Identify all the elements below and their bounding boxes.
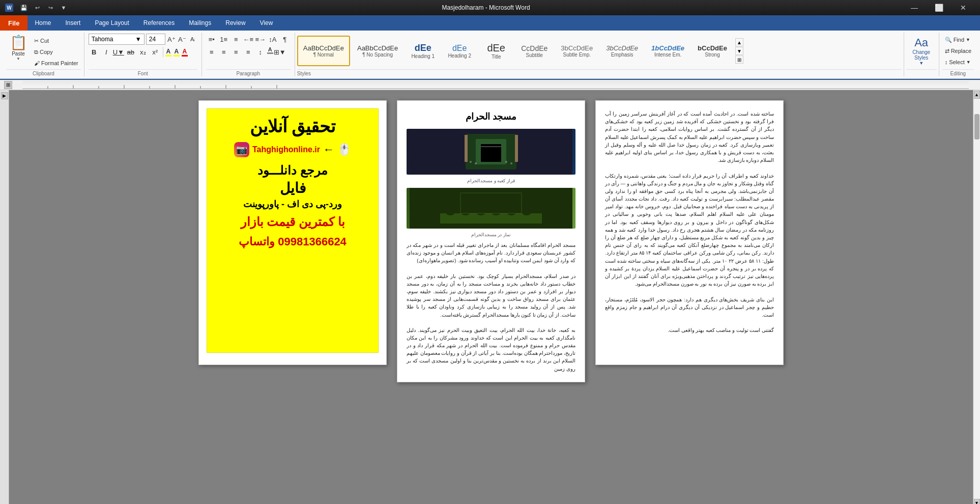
page2-img1-caption: قراز کعبه و مسجدالحرام xyxy=(407,178,575,185)
text-effects-btn[interactable]: A xyxy=(165,48,171,57)
undo-quick-btn[interactable]: ↩ xyxy=(32,2,43,13)
grow-font-btn[interactable]: A⁺ xyxy=(167,35,176,44)
align-left-btn[interactable]: ≡ xyxy=(206,46,217,58)
paste-button[interactable]: 📋 Paste ▼ xyxy=(6,34,31,61)
select-arrow: ▼ xyxy=(966,60,971,65)
style-intense-emphasis[interactable]: 1bCcDdEe Intense Em. xyxy=(645,36,690,66)
page2-content: مسجد الحرام xyxy=(407,110,575,373)
svg-rect-17 xyxy=(515,136,518,162)
show-marks-btn[interactable]: ¶ xyxy=(279,34,291,45)
font-color-btn[interactable]: A xyxy=(182,48,188,57)
italic-button[interactable]: I xyxy=(101,46,112,58)
page-layout-menu[interactable]: Page Layout xyxy=(88,15,136,31)
page1-types: ورد-پی دی اف - پاورپوینت xyxy=(243,199,342,210)
style-strong[interactable]: bCcDdEe Strong xyxy=(691,36,733,66)
underline-button[interactable]: U▼ xyxy=(113,46,124,58)
page3-text1: ساخته شده است. در احادیث آمده است که در … xyxy=(605,110,774,164)
font-group-label: Font xyxy=(89,69,197,76)
increase-indent-btn[interactable]: ≡→ xyxy=(255,34,266,45)
home-menu[interactable]: Home xyxy=(27,15,58,31)
maximize-btn[interactable]: ⬜ xyxy=(927,0,950,15)
scroll-track[interactable] xyxy=(974,99,980,499)
heading2-preview: dEe xyxy=(452,44,467,53)
styles-more-btn[interactable]: ⊞ xyxy=(735,55,743,64)
strikethrough-button[interactable]: ab xyxy=(125,46,136,58)
document-area[interactable]: تحقیق آنلاین 📷 Tahghighonline.ir ← 🖱️ مر… xyxy=(9,90,973,504)
font-size-value: 24 xyxy=(149,36,156,43)
file-menu[interactable]: File xyxy=(0,15,27,31)
highlight-btn[interactable]: A xyxy=(174,48,180,57)
review-menu[interactable]: Review xyxy=(218,15,252,31)
page1-content: تحقیق آنلاین 📷 Tahghighonline.ir ← 🖱️ مر… xyxy=(207,108,379,353)
scroll-down-btn[interactable]: ▼ xyxy=(974,499,980,504)
select-label: Select xyxy=(949,59,965,65)
panel-toggle-btn[interactable]: ▶ xyxy=(1,92,8,99)
insert-menu[interactable]: Insert xyxy=(58,15,88,31)
ruler-toggle-btn[interactable]: ⊞ xyxy=(4,81,12,89)
change-styles-label: Change Styles xyxy=(907,49,936,61)
style-subtle-emphasis[interactable]: 3bCcDdEe Subtle Emp. xyxy=(555,36,599,66)
scroll-thumb[interactable] xyxy=(974,114,979,139)
borders-btn[interactable]: ⊞▼ xyxy=(274,46,285,58)
multilevel-btn[interactable]: ≡ xyxy=(230,34,242,45)
bold-button[interactable]: B xyxy=(89,46,100,58)
superscript-button[interactable]: x² xyxy=(150,46,161,58)
format-painter-button[interactable]: 🖌 Format Painter xyxy=(32,58,81,68)
view-menu[interactable]: View xyxy=(253,15,280,31)
shrink-font-btn[interactable]: A⁻ xyxy=(178,35,187,44)
numbering-btn[interactable]: 1≡ xyxy=(218,34,229,45)
decrease-indent-btn[interactable]: ←≡ xyxy=(243,34,254,45)
align-center-btn[interactable]: ≡ xyxy=(218,46,229,58)
cut-button[interactable]: ✂ Cut xyxy=(32,36,81,46)
style-no-spacing[interactable]: AaBbCcDdEe ¶ No Spacing xyxy=(351,36,404,66)
page3-text2: خداوند کعبه و اطراف آن را حریم قرار داده… xyxy=(605,172,774,288)
copy-button[interactable]: ⧉ Copy xyxy=(32,47,81,57)
save-quick-btn[interactable]: 💾 xyxy=(18,2,30,13)
references-menu[interactable]: References xyxy=(136,15,182,31)
select-button[interactable]: ↕ Select ▼ xyxy=(942,57,974,67)
subscript-button[interactable]: x₂ xyxy=(137,46,149,58)
style-emphasis[interactable]: 3bCcDdEe Emphasis xyxy=(600,36,644,66)
customize-quick-btn[interactable]: ▼ xyxy=(58,2,69,13)
window-controls: — ⬜ ✕ xyxy=(903,0,975,15)
paste-dropdown-arrow[interactable]: ▼ xyxy=(16,57,20,61)
change-styles-button[interactable]: Aa Change Styles ▼ xyxy=(906,37,937,65)
line-spacing-btn[interactable]: ↕ xyxy=(255,46,266,58)
copy-icon: ⧉ xyxy=(34,49,38,55)
clipboard-group-label: Clipboard xyxy=(6,69,81,76)
subtitle-preview: CcDdEe xyxy=(521,44,547,52)
style-heading1[interactable]: dEe Heading 1 xyxy=(405,36,441,66)
styles-scroll-up[interactable]: ▲ xyxy=(735,38,743,46)
styles-scroll-down[interactable]: ▼ xyxy=(735,47,743,55)
page2-title: مسجد الحرام xyxy=(407,110,575,124)
replace-button[interactable]: ⇄ Replace xyxy=(942,46,974,56)
quick-access-toolbar: 💾 ↩ ↪ ▼ xyxy=(18,2,69,13)
heading1-preview: dEe xyxy=(415,43,431,53)
vertical-scrollbar[interactable]: ▲ ▼ xyxy=(973,90,980,504)
scroll-up-btn[interactable]: ▲ xyxy=(974,91,980,99)
align-right-btn[interactable]: ≡ xyxy=(230,46,242,58)
redo-quick-btn[interactable]: ↪ xyxy=(45,2,56,13)
style-subtitle[interactable]: CcDdEe Subtitle xyxy=(515,36,554,66)
clear-formatting-btn[interactable]: Aᵢ xyxy=(188,35,197,44)
minimize-btn[interactable]: — xyxy=(903,0,926,15)
justify-btn[interactable]: ≡ xyxy=(243,46,254,58)
bullets-btn[interactable]: ≡• xyxy=(206,34,217,45)
style-title[interactable]: dEe Title xyxy=(478,36,514,66)
change-styles-icon: Aa xyxy=(914,36,928,49)
close-btn[interactable]: ✕ xyxy=(952,0,975,15)
shading-btn[interactable]: A xyxy=(267,46,273,58)
sort-btn[interactable]: ↕A xyxy=(267,34,278,45)
font-name-dropdown[interactable]: ▼ xyxy=(135,36,141,43)
font-name-selector[interactable]: Tahoma ▼ xyxy=(89,34,145,45)
subtle-emp-label: Subtle Emp. xyxy=(563,52,591,58)
font-size-selector[interactable]: 24 xyxy=(146,34,165,45)
find-button[interactable]: 🔍 Find ▼ xyxy=(942,35,974,45)
intense-emp-preview: 1bCcDdEe xyxy=(651,44,684,52)
style-normal[interactable]: AaBbCcDdEe ¶ Normal xyxy=(297,36,350,66)
style-heading2[interactable]: dEe Heading 2 xyxy=(442,36,477,66)
styles-group-label: Styles xyxy=(297,69,902,76)
ruler-area: ⊞ xyxy=(0,80,980,90)
find-icon: 🔍 xyxy=(945,37,952,43)
mailings-menu[interactable]: Mailings xyxy=(182,15,218,31)
